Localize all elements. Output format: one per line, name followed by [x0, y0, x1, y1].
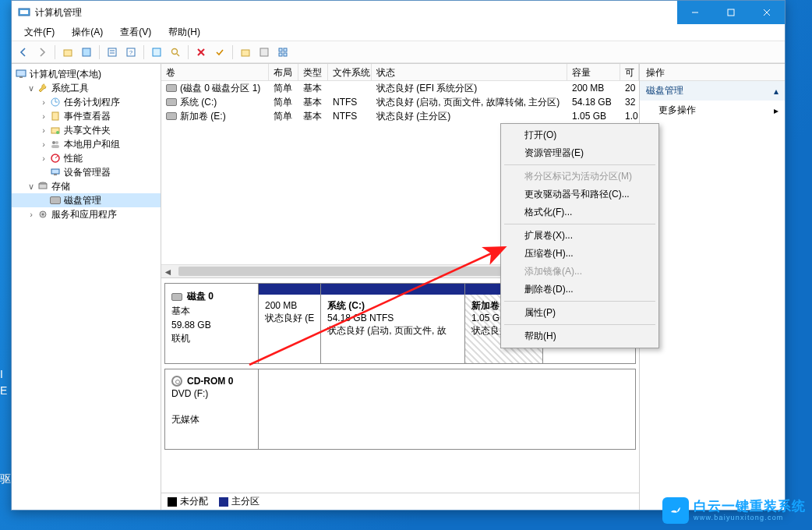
book-icon	[49, 110, 62, 122]
tree-label: 任务计划程序	[64, 96, 120, 109]
tile-button[interactable]	[274, 44, 291, 61]
tree-label: 共享文件夹	[64, 124, 111, 137]
tree-storage[interactable]: ∨ 存储	[12, 179, 161, 193]
gauge-icon	[49, 152, 62, 164]
cell-value: 系统 (C:)	[180, 96, 217, 109]
help-button[interactable]: ?	[122, 44, 139, 61]
tree-device-manager[interactable]: 设备管理器	[12, 165, 161, 179]
tree-shared-folders[interactable]: › 共享文件夹	[12, 123, 161, 137]
header-free[interactable]: 可	[620, 64, 639, 80]
disk-state: 无媒体	[171, 413, 252, 426]
show-hide-button[interactable]	[78, 44, 95, 61]
forward-button[interactable]	[34, 44, 51, 61]
tree-label: 性能	[64, 152, 83, 165]
partition-size: 200 MB	[265, 299, 314, 312]
ctx-add-mirror: 添加镜像(A)...	[503, 263, 657, 281]
expand-icon[interactable]: ›	[38, 97, 49, 107]
tree-performance[interactable]: › 性能	[12, 151, 161, 165]
actions-group[interactable]: 磁盘管理 ▴	[640, 81, 785, 101]
legend-unallocated: 未分配	[168, 495, 208, 508]
disk-label[interactable]: CD-ROM 0 DVD (F:) 无媒体	[165, 369, 259, 449]
maximize-button[interactable]	[713, 1, 749, 24]
tree-task-scheduler[interactable]: › 任务计划程序	[12, 95, 161, 109]
svg-rect-19	[260, 48, 268, 56]
header-filesystem[interactable]: 文件系统	[328, 64, 372, 80]
up-button[interactable]	[59, 44, 76, 61]
cell-value: 简单	[269, 95, 298, 110]
svg-point-14	[172, 48, 178, 54]
tree-services-apps[interactable]: › 服务和应用程序	[12, 207, 161, 221]
ctx-shrink[interactable]: 压缩卷(H)...	[503, 245, 657, 263]
svg-line-36	[55, 156, 58, 158]
cell-value: 状态良好 (EFI 系统分区)	[372, 81, 567, 96]
actions-more-label: 更多操作	[658, 104, 696, 117]
svg-rect-13	[153, 48, 161, 56]
ctx-extend[interactable]: 扩展卷(X)...	[503, 227, 657, 245]
computer-icon	[15, 68, 27, 80]
expand-icon[interactable]: ›	[38, 125, 49, 135]
cell-value: 简单	[269, 109, 298, 124]
disk-label[interactable]: 磁盘 0 基本 59.88 GB 联机	[165, 284, 259, 363]
close-button[interactable]	[749, 1, 785, 24]
folder-button[interactable]	[237, 44, 254, 61]
tree-root[interactable]: 计算机管理(本地)	[12, 67, 161, 81]
tree-pane[interactable]: 计算机管理(本地) ∨ 系统工具 › 任务计划程序 › 事件查看器 › 共享文件…	[12, 64, 161, 510]
tree-event-viewer[interactable]: › 事件查看器	[12, 109, 161, 123]
actions-more[interactable]: 更多操作 ▸	[640, 101, 785, 120]
svg-rect-37	[51, 169, 59, 174]
desktop-label: I E	[0, 366, 7, 399]
minimize-button[interactable]	[677, 1, 713, 24]
header-layout[interactable]: 布局	[269, 64, 298, 80]
actions-group-label: 磁盘管理	[646, 84, 683, 97]
disk-size: 59.88 GB	[171, 320, 252, 330]
expand-icon[interactable]: ›	[38, 140, 49, 149]
ctx-help[interactable]: 帮助(H)	[503, 327, 657, 345]
ctx-open[interactable]: 打开(O)	[503, 126, 657, 144]
check-button[interactable]	[211, 44, 228, 61]
collapse-icon[interactable]: ∨	[26, 83, 37, 94]
expand-icon[interactable]: ›	[26, 210, 37, 219]
partition-efi[interactable]: 200 MB 状态良好 (E	[259, 284, 321, 363]
properties-button[interactable]	[104, 44, 121, 61]
collapse-icon[interactable]: ∨	[26, 182, 37, 192]
ctx-explorer[interactable]: 资源管理器(E)	[503, 144, 657, 162]
tree-disk-management[interactable]: 磁盘管理	[12, 193, 161, 207]
ctx-format[interactable]: 格式化(F)...	[503, 203, 657, 221]
table-row[interactable]: 系统 (C:) 简单 基本 NTFS 状态良好 (启动, 页面文件, 故障转储,…	[161, 95, 639, 109]
menu-view[interactable]: 查看(V)	[112, 24, 159, 41]
ctx-change-letter[interactable]: 更改驱动器号和路径(C)...	[503, 186, 657, 203]
menu-help[interactable]: 帮助(H)	[161, 24, 208, 41]
tool-a-button[interactable]	[148, 44, 165, 61]
expand-icon[interactable]: ›	[38, 111, 49, 121]
header-status[interactable]: 状态	[372, 64, 567, 80]
menu-file[interactable]: 文件(F)	[16, 24, 62, 41]
actions-body: 磁盘管理 ▴ 更多操作 ▸	[640, 81, 785, 510]
tree-system-tools[interactable]: ∨ 系统工具	[12, 81, 161, 95]
watermark-url: www.baiyunxitong.com	[694, 514, 806, 521]
tree-label: 设备管理器	[64, 166, 111, 179]
spacer	[171, 401, 252, 412]
cell-value: 简单	[269, 81, 298, 96]
ctx-properties[interactable]: 属性(P)	[503, 304, 657, 322]
cell-value: 32	[620, 96, 639, 108]
back-button[interactable]	[15, 44, 32, 61]
ctx-delete[interactable]: 删除卷(D)...	[503, 281, 657, 299]
partition-c[interactable]: 系统 (C:) 54.18 GB NTFS 状态良好 (启动, 页面文件, 故	[321, 284, 465, 363]
partition-status: 状态良好 (启动, 页面文件, 故	[327, 324, 458, 337]
menu-action[interactable]: 操作(A)	[64, 24, 111, 41]
scroll-thumb[interactable]	[178, 267, 514, 276]
header-volume[interactable]: 卷	[161, 64, 269, 80]
tree-label: 服务和应用程序	[51, 208, 117, 221]
table-row[interactable]: (磁盘 0 磁盘分区 1) 简单 基本 状态良好 (EFI 系统分区) 200 …	[161, 81, 639, 95]
table-row[interactable]: 新加卷 (E:) 简单 基本 NTFS 状态良好 (主分区) 1.05 GB 1…	[161, 109, 639, 123]
cell-value: 1.0	[620, 110, 639, 122]
header-type[interactable]: 类型	[298, 64, 328, 80]
header-capacity[interactable]: 容量	[567, 64, 620, 80]
list-button[interactable]	[256, 44, 273, 61]
tree-local-users[interactable]: › 本地用户和组	[12, 137, 161, 151]
find-button[interactable]	[167, 44, 184, 61]
delete-button[interactable]	[192, 44, 210, 61]
expand-icon[interactable]: ›	[38, 154, 49, 163]
svg-point-32	[52, 141, 55, 144]
scroll-left-icon[interactable]: ◄	[161, 265, 175, 278]
